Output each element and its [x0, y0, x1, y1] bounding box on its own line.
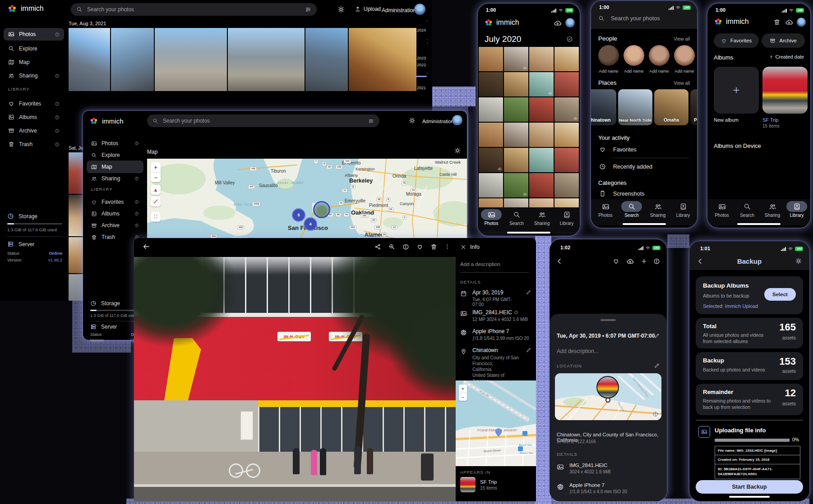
sidebar-item-explore[interactable]: Explore	[87, 149, 143, 161]
search-input[interactable]: Search your photos	[71, 3, 317, 16]
detail-back-button[interactable]	[556, 257, 564, 265]
location-map[interactable]: San Francisco Ferry The Emb	[555, 373, 661, 420]
sidebar-item-archive[interactable]: Archive	[4, 124, 64, 137]
upload-button[interactable]: Upload	[355, 6, 381, 12]
administration-link[interactable]: Administration	[382, 7, 416, 14]
info-circle-icon[interactable]	[55, 142, 60, 147]
nav-tab-sharing[interactable]: Sharing	[760, 201, 785, 218]
viewer-more-button[interactable]	[444, 243, 451, 250]
people-view-all-link[interactable]: View all	[674, 36, 690, 41]
grid-photo[interactable]	[504, 97, 528, 122]
info-circle-icon[interactable]	[55, 101, 60, 106]
grid-photo[interactable]	[479, 72, 503, 96]
viewer-favorite-button[interactable]	[416, 243, 423, 250]
user-avatar[interactable]	[414, 4, 425, 15]
location-map[interactable]: Pier 45 FISHERMAN'S WHARF Beach Street B…	[456, 380, 536, 466]
nav-tab-search[interactable]: Search	[619, 201, 644, 218]
sidebar-item-albums[interactable]: Albums	[4, 111, 64, 124]
edit-date-button[interactable]	[654, 333, 660, 339]
grid-photo[interactable]	[504, 198, 528, 207]
map-layer-toggle-button[interactable]	[151, 197, 161, 206]
sheet-drag-handle[interactable]	[601, 319, 616, 321]
description-input[interactable]: Add a description	[460, 261, 500, 267]
viewer-back-button[interactable]	[142, 243, 150, 251]
user-avatar[interactable]	[565, 18, 575, 27]
timeline-photo[interactable]	[305, 28, 348, 91]
info-circle-icon[interactable]	[55, 115, 60, 120]
grid-photo[interactable]	[504, 47, 528, 71]
search-input[interactable]: Search your photos	[598, 15, 660, 22]
grid-photo[interactable]	[554, 198, 579, 207]
nav-tab-search[interactable]: Search	[504, 209, 529, 226]
grid-photo[interactable]	[504, 148, 528, 172]
map-zoom-controls[interactable]: + −	[151, 162, 161, 182]
timeline-photo[interactable]	[69, 152, 83, 194]
sidebar-item-sharing[interactable]: Sharing	[4, 69, 64, 82]
viewer-delete-button[interactable]	[430, 243, 437, 250]
sidebar-item-trash[interactable]: Trash	[4, 138, 64, 151]
nav-tab-library[interactable]: Library	[784, 201, 809, 218]
screenshots-row[interactable]: Screenshots	[599, 190, 644, 197]
theme-toggle-button[interactable]	[337, 6, 345, 13]
search-input[interactable]: Search your photos	[147, 115, 379, 127]
person-face[interactable]	[598, 45, 619, 66]
home-indicator[interactable]	[729, 496, 770, 498]
administration-link[interactable]: Administration	[422, 119, 454, 124]
edit-location-button[interactable]	[526, 347, 531, 353]
trash-button[interactable]	[773, 18, 781, 26]
timeline-photo[interactable]	[69, 237, 83, 273]
albums-sort-button[interactable]: Created date	[769, 54, 804, 60]
viewer-zoom-button[interactable]	[388, 243, 395, 250]
map-fullscreen-button[interactable]: ⛶	[151, 212, 161, 222]
place-tile[interactable]: Omaha	[654, 89, 688, 125]
add-name-label[interactable]: Add name	[671, 69, 697, 73]
grid-photo[interactable]	[529, 198, 554, 207]
grid-photo[interactable]	[554, 173, 579, 197]
home-indicator[interactable]	[507, 232, 550, 234]
grid-photo[interactable]	[554, 47, 579, 71]
user-avatar[interactable]	[797, 18, 806, 27]
timeline-photo[interactable]	[155, 28, 227, 91]
timeline-photo[interactable]	[111, 28, 154, 91]
grid-photo[interactable]	[529, 123, 554, 147]
grid-photo[interactable]	[554, 123, 579, 147]
select-albums-button[interactable]: Select	[764, 288, 796, 301]
description-input[interactable]: Add description...	[557, 348, 599, 354]
detail-add-button[interactable]	[641, 258, 647, 265]
sidebar-item-favorites[interactable]: Favorites	[4, 97, 64, 110]
favorites-row[interactable]: Favorites	[599, 146, 636, 153]
info-circle-icon[interactable]	[134, 141, 139, 146]
detail-favorite-button[interactable]	[613, 258, 619, 265]
home-indicator[interactable]	[737, 223, 781, 225]
place-tile[interactable]: Chinatown	[591, 89, 616, 125]
sidebar-item-favorites[interactable]: Favorites	[87, 196, 143, 208]
sidebar-item-photos[interactable]: Photos	[4, 28, 64, 41]
place-tile[interactable]: Near North Side	[618, 89, 652, 125]
filter-sliders-icon[interactable]	[305, 6, 311, 13]
grid-photo[interactable]	[529, 72, 554, 96]
zoom-in-button[interactable]: +	[459, 385, 467, 393]
viewer-photo[interactable]: IN-N-OUT IN-N-OUT	[134, 257, 456, 501]
add-name-label[interactable]: Add name	[595, 69, 622, 73]
sidebar-item-explore[interactable]: Explore	[4, 42, 64, 55]
app-logo[interactable]: immich	[89, 116, 124, 125]
detail-upload-button[interactable]	[626, 257, 634, 265]
viewer-info-button[interactable]	[402, 243, 409, 250]
map-attribution-icon[interactable]	[652, 411, 658, 417]
info-close-button[interactable]	[460, 244, 467, 250]
detail-info-button[interactable]	[653, 258, 660, 265]
home-indicator[interactable]	[623, 223, 666, 225]
nav-tab-library[interactable]: Library	[554, 209, 579, 226]
edit-location-button[interactable]	[654, 362, 660, 368]
scrubber-handle[interactable]	[415, 76, 427, 77]
grid-photo[interactable]	[529, 148, 554, 172]
timeline-photo[interactable]	[69, 274, 83, 301]
backup-cloud-button[interactable]	[785, 18, 793, 26]
grid-photo[interactable]	[504, 123, 528, 147]
grid-photo[interactable]	[554, 148, 579, 172]
album-cover-sf-trip[interactable]	[762, 67, 808, 114]
archive-button[interactable]: Archive	[762, 33, 805, 48]
nav-tab-photos[interactable]: Photos	[593, 201, 618, 218]
grid-photo[interactable]	[479, 97, 503, 122]
map-compass-button[interactable]: ▲	[151, 185, 161, 195]
